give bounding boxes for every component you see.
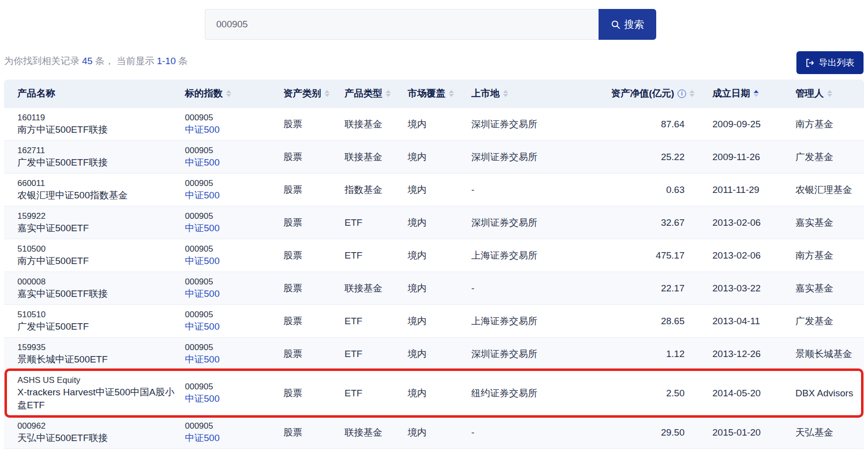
product-name: 南方中证500ETF [17, 255, 179, 268]
index-link[interactable]: 中证500 [185, 287, 277, 300]
column-header-market[interactable]: 市场覆盖 [408, 80, 471, 107]
column-header-inception[interactable]: 成立日期 [712, 80, 795, 107]
sort-icon [503, 90, 508, 97]
column-label: 产品类型 [345, 87, 382, 100]
index-cell: 000905中证500 [185, 141, 283, 173]
asset-class-cell: 股票 [283, 141, 345, 173]
column-header-asset[interactable]: 资产类别 [283, 80, 345, 107]
product-cell: 159922嘉实中证500ETF [4, 206, 185, 239]
nav-cell: 87.64 [602, 108, 712, 140]
asset-class-cell: 股票 [283, 272, 345, 304]
index-link[interactable]: 中证500 [185, 392, 277, 405]
column-header-listing[interactable]: 上市地 [471, 80, 602, 107]
export-list-button[interactable]: 导出列表 [796, 51, 864, 74]
info-icon[interactable]: i [678, 90, 686, 98]
inception-cell: 2009-09-25 [712, 108, 795, 140]
index-cell: 000905中证500 [185, 416, 283, 449]
asset-class-cell: 股票 [283, 416, 345, 449]
product-type-cell: 联接基金 [345, 108, 408, 140]
index-link[interactable]: 中证500 [185, 353, 277, 366]
column-header-manager[interactable]: 管理人 [795, 80, 864, 107]
table-row[interactable]: 000008嘉实中证500ETF联接000905中证500股票联接基金境内-22… [4, 272, 864, 304]
product-name: X-trackers Harvest中证500中国A股小盘ETF [17, 386, 179, 412]
product-name: 嘉实中证500ETF联接 [17, 287, 179, 300]
fund-table: 产品名称标的指数资产类别产品类型市场覆盖上市地资产净值(亿元)i成立日期管理人 … [4, 80, 864, 449]
product-type-cell: ETF [345, 239, 408, 272]
index-link[interactable]: 中证500 [185, 320, 277, 333]
manager-cell: 广发基金 [795, 305, 864, 337]
index-code: 000905 [185, 210, 277, 222]
nav-cell: 1.12 [602, 338, 712, 370]
market-cell: 境内 [408, 338, 471, 370]
table-row[interactable]: 159935景顺长城中证500ETF000905中证500股票ETF境内深圳证券… [4, 337, 864, 370]
table-header: 产品名称标的指数资产类别产品类型市场覆盖上市地资产净值(亿元)i成立日期管理人 [4, 80, 864, 107]
nav-cell: 0.63 [602, 174, 712, 206]
product-name: 广发中证500ETF [17, 320, 179, 333]
product-code: ASHS US Equity [17, 374, 179, 386]
product-cell: 510500南方中证500ETF [4, 239, 185, 272]
listing-cell: 纽约证券交易所 [471, 370, 602, 416]
inception-cell: 2013-04-11 [712, 305, 795, 337]
table-row[interactable]: 159922嘉实中证500ETF000905中证500股票ETF境内深圳证券交易… [4, 206, 864, 239]
index-link[interactable]: 中证500 [185, 255, 277, 268]
manager-cell: 广发基金 [795, 141, 864, 173]
index-cell: 000905中证500 [185, 272, 283, 304]
column-label: 成立日期 [712, 87, 750, 100]
nav-cell: 475.17 [602, 239, 712, 272]
product-type-cell: 联接基金 [345, 272, 408, 304]
table-row-highlighted[interactable]: ASHS US EquityX-trackers Harvest中证500中国A… [4, 370, 864, 416]
index-link[interactable]: 中证500 [185, 123, 277, 136]
manager-cell: 嘉实基金 [795, 206, 864, 239]
index-code: 000905 [185, 342, 277, 353]
product-type-cell: ETF [345, 206, 408, 239]
table-row[interactable]: 660011农银汇理中证500指数基金000905中证500股票指数基金境内-0… [4, 173, 864, 206]
product-type-cell: ETF [345, 370, 408, 416]
table-row[interactable]: 162711广发中证500ETF联接000905中证500股票联接基金境内深圳证… [4, 140, 864, 173]
product-code: 160119 [17, 112, 179, 123]
product-code: 159935 [17, 342, 179, 353]
market-cell: 境内 [408, 108, 471, 140]
manager-cell: 南方基金 [795, 239, 864, 272]
search-button[interactable]: 搜索 [599, 9, 656, 40]
index-code: 000905 [185, 420, 277, 432]
column-header-index[interactable]: 标的指数 [185, 80, 283, 107]
asset-class-cell: 股票 [283, 108, 345, 140]
search-input[interactable] [205, 9, 599, 40]
results-prefix: 为你找到相关记录 [4, 56, 80, 66]
product-cell: 660011农银汇理中证500指数基金 [4, 174, 185, 206]
column-header-type[interactable]: 产品类型 [345, 80, 408, 107]
listing-cell: 上海证券交易所 [471, 239, 602, 272]
index-link[interactable]: 中证500 [185, 222, 277, 235]
manager-cell: 农银汇理基金 [795, 174, 864, 206]
column-header-nav[interactable]: 资产净值(亿元)i [602, 80, 712, 107]
market-cell: 境内 [408, 206, 471, 239]
listing-cell: 上海证券交易所 [471, 305, 602, 337]
nav-cell: 28.65 [602, 305, 712, 337]
asset-class-cell: 股票 [283, 239, 345, 272]
listing-cell: 深圳证券交易所 [471, 338, 602, 370]
index-cell: 000905中证500 [185, 174, 283, 206]
product-name: 景顺长城中证500ETF [17, 353, 179, 366]
market-cell: 境内 [408, 416, 471, 449]
export-icon [805, 58, 815, 68]
index-link[interactable]: 中证500 [185, 189, 277, 202]
index-link[interactable]: 中证500 [185, 432, 277, 445]
product-type-cell: ETF [345, 305, 408, 337]
manager-cell: 景顺长城基金 [795, 338, 864, 370]
table-row[interactable]: 510500南方中证500ETF000905中证500股票ETF境内上海证券交易… [4, 239, 864, 272]
table-row[interactable]: 000962天弘中证500ETF联接000905中证500股票联接基金境内-29… [4, 416, 864, 449]
sort-icon [325, 90, 330, 97]
inception-cell: 2013-12-26 [712, 338, 795, 370]
market-cell: 境内 [408, 370, 471, 416]
listing-cell: 深圳证券交易所 [471, 206, 602, 239]
index-cell: 000905中证500 [185, 370, 283, 416]
product-name: 天弘中证500ETF联接 [17, 432, 179, 445]
table-row[interactable]: 160119南方中证500ETF联接000905中证500股票联接基金境内深圳证… [4, 107, 864, 140]
product-cell: 000008嘉实中证500ETF联接 [4, 272, 185, 304]
table-row[interactable]: 510510广发中证500ETF000905中证500股票ETF境内上海证券交易… [4, 304, 864, 337]
sort-icon [827, 90, 832, 97]
nav-cell: 32.67 [602, 206, 712, 239]
column-label: 产品名称 [17, 87, 55, 100]
index-link[interactable]: 中证500 [185, 156, 277, 169]
column-label: 市场覆盖 [408, 87, 445, 100]
